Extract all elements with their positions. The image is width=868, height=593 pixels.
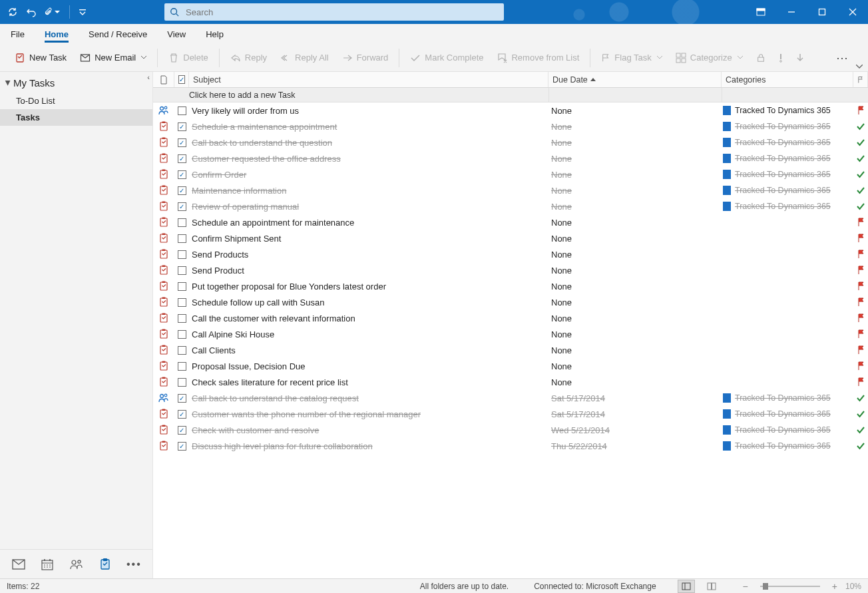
delete-button[interactable]: Delete: [163, 47, 214, 69]
task-checkbox[interactable]: ✓: [174, 438, 189, 454]
new-task-button[interactable]: New Task: [9, 47, 72, 69]
nav-mail-button[interactable]: [4, 551, 33, 578]
task-flag[interactable]: [853, 198, 868, 214]
forward-button[interactable]: Forward: [337, 47, 394, 69]
task-flag[interactable]: [853, 422, 868, 438]
ribbon-expand-button[interactable]: [856, 65, 863, 70]
tab-view[interactable]: View: [167, 24, 186, 44]
task-flag[interactable]: [853, 390, 868, 406]
tab-send-receive[interactable]: Send / Receive: [89, 24, 147, 44]
nav-people-button[interactable]: [62, 551, 91, 578]
close-button[interactable]: [837, 0, 868, 24]
task-checkbox[interactable]: [174, 310, 189, 326]
attach-dropdown[interactable]: [41, 3, 65, 21]
sidebar-item-tasks[interactable]: Tasks: [0, 109, 152, 126]
task-row[interactable]: ✓Confirm OrderNoneTracked To Dynamics 36…: [153, 166, 868, 182]
task-flag[interactable]: [853, 294, 868, 310]
task-row[interactable]: Call Alpine Ski HouseNone: [153, 326, 868, 342]
nav-more-button[interactable]: •••: [120, 551, 148, 578]
remove-from-list-button[interactable]: Remove from List: [491, 47, 584, 69]
task-checkbox[interactable]: ✓: [174, 406, 189, 422]
task-row[interactable]: Proposal Issue, Decision DueNone: [153, 358, 868, 374]
priority-high-button[interactable]: [773, 47, 788, 69]
task-checkbox[interactable]: ✓: [174, 150, 189, 166]
task-row[interactable]: Send ProductsNone: [153, 246, 868, 262]
task-row[interactable]: ✓Review of operating manualNoneTracked T…: [153, 198, 868, 214]
column-icon[interactable]: [153, 72, 174, 87]
task-flag[interactable]: [853, 150, 868, 166]
task-checkbox[interactable]: ✓: [174, 118, 189, 134]
view-normal-button[interactable]: [678, 580, 695, 593]
task-flag[interactable]: [853, 438, 868, 454]
sync-button[interactable]: [4, 3, 21, 21]
task-flag[interactable]: [853, 262, 868, 278]
reply-button[interactable]: Reply: [225, 47, 272, 69]
task-checkbox[interactable]: [174, 230, 189, 246]
task-checkbox[interactable]: ✓: [174, 182, 189, 198]
collapse-pane-button[interactable]: ‹: [147, 73, 150, 81]
task-checkbox[interactable]: ✓: [174, 134, 189, 150]
task-flag[interactable]: [853, 374, 868, 390]
task-flag[interactable]: [853, 342, 868, 358]
task-checkbox[interactable]: [174, 342, 189, 358]
task-row[interactable]: ✓Customer requested the office addressNo…: [153, 150, 868, 166]
categorize-button[interactable]: Categorize: [670, 47, 748, 69]
task-flag[interactable]: [853, 406, 868, 422]
task-row[interactable]: Call the customer with relevant informat…: [153, 310, 868, 326]
task-flag[interactable]: [853, 166, 868, 182]
flag-task-button[interactable]: Flag Task: [596, 47, 667, 69]
task-flag[interactable]: [853, 214, 868, 230]
task-checkbox[interactable]: [174, 214, 189, 230]
task-flag[interactable]: [853, 278, 868, 294]
task-flag[interactable]: [853, 230, 868, 246]
tab-home[interactable]: Home: [45, 24, 69, 44]
task-row[interactable]: ✓Schedule a maintenance appointmentNoneT…: [153, 118, 868, 134]
task-checkbox[interactable]: [174, 246, 189, 262]
task-checkbox[interactable]: [174, 102, 189, 118]
task-checkbox[interactable]: [174, 294, 189, 310]
undo-button[interactable]: [23, 3, 40, 21]
customize-qat-button[interactable]: [74, 3, 91, 21]
column-categories[interactable]: Categories: [722, 72, 853, 87]
column-subject[interactable]: Subject: [189, 72, 548, 87]
new-email-button[interactable]: New Email: [75, 47, 152, 69]
task-row[interactable]: Schedule follow up call with SusanNone: [153, 294, 868, 310]
task-row[interactable]: Very likely will order from usNoneTracke…: [153, 102, 868, 118]
my-tasks-header[interactable]: ▶ My Tasks: [0, 72, 152, 93]
task-row[interactable]: Confirm Shipment SentNone: [153, 230, 868, 246]
task-flag[interactable]: [853, 134, 868, 150]
task-checkbox[interactable]: [174, 278, 189, 294]
column-due-date[interactable]: Due Date: [548, 72, 722, 87]
tab-file[interactable]: File: [11, 24, 25, 44]
task-row[interactable]: Schedule an appointment for maintenanceN…: [153, 214, 868, 230]
reply-all-button[interactable]: Reply All: [275, 47, 334, 69]
task-flag[interactable]: [853, 310, 868, 326]
ribbon-display-button[interactable]: [746, 0, 776, 24]
task-checkbox[interactable]: ✓: [174, 166, 189, 182]
zoom-out-button[interactable]: −: [743, 581, 748, 592]
priority-low-button[interactable]: [791, 47, 809, 69]
task-row[interactable]: Put together proposal for Blue Yonders l…: [153, 278, 868, 294]
task-checkbox[interactable]: [174, 262, 189, 278]
task-row[interactable]: ✓Call back to understand the questionNon…: [153, 134, 868, 150]
task-checkbox[interactable]: ✓: [174, 422, 189, 438]
task-flag[interactable]: [853, 358, 868, 374]
task-checkbox[interactable]: [174, 374, 189, 390]
more-commands-button[interactable]: ⋯: [836, 51, 848, 65]
task-flag[interactable]: [853, 246, 868, 262]
task-flag[interactable]: [853, 118, 868, 134]
sidebar-item-todo[interactable]: To-Do List: [0, 93, 152, 109]
task-flag[interactable]: [853, 326, 868, 342]
new-task-row[interactable]: Click here to add a new Task: [153, 88, 868, 102]
zoom-slider[interactable]: [760, 586, 820, 587]
column-complete[interactable]: ✓: [174, 72, 189, 87]
task-checkbox[interactable]: ✓: [174, 390, 189, 406]
task-row[interactable]: Call ClientsNone: [153, 342, 868, 358]
tab-help[interactable]: Help: [206, 24, 224, 44]
task-flag[interactable]: [853, 102, 868, 118]
task-row[interactable]: Check sales literature for recent price …: [153, 374, 868, 390]
column-flag[interactable]: [853, 72, 868, 87]
view-reading-button[interactable]: [703, 580, 720, 593]
task-checkbox[interactable]: ✓: [174, 198, 189, 214]
search-field[interactable]: [164, 3, 504, 21]
